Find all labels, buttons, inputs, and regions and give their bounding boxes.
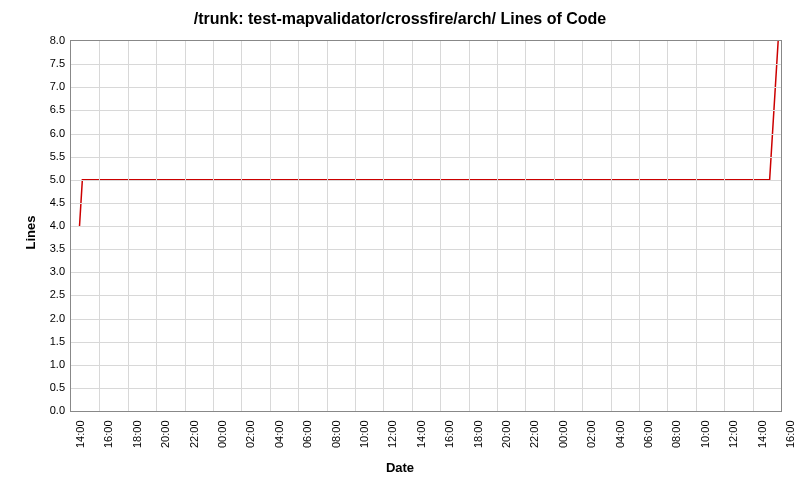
gridline-v bbox=[213, 41, 214, 411]
y-tick-label: 7.5 bbox=[35, 57, 65, 69]
y-tick-label: 5.0 bbox=[35, 173, 65, 185]
gridline-v bbox=[724, 41, 725, 411]
x-tick-label: 16:00 bbox=[784, 420, 796, 448]
x-tick-label: 14:00 bbox=[756, 420, 768, 448]
gridline-v bbox=[667, 41, 668, 411]
gridline-v bbox=[355, 41, 356, 411]
y-tick-label: 0.5 bbox=[35, 381, 65, 393]
x-tick-label: 10:00 bbox=[699, 420, 711, 448]
y-tick-label: 0.0 bbox=[35, 404, 65, 416]
gridline-h bbox=[71, 388, 781, 389]
y-tick-label: 5.5 bbox=[35, 150, 65, 162]
gridline-h bbox=[71, 64, 781, 65]
gridline-h bbox=[71, 87, 781, 88]
gridline-v bbox=[383, 41, 384, 411]
gridline-v bbox=[497, 41, 498, 411]
gridline-h bbox=[71, 319, 781, 320]
gridline-v bbox=[696, 41, 697, 411]
gridline-v bbox=[156, 41, 157, 411]
gridline-h bbox=[71, 295, 781, 296]
gridline-v bbox=[611, 41, 612, 411]
gridline-v bbox=[639, 41, 640, 411]
gridline-h bbox=[71, 249, 781, 250]
x-tick-label: 20:00 bbox=[159, 420, 171, 448]
gridline-h bbox=[71, 365, 781, 366]
gridline-h bbox=[71, 203, 781, 204]
y-tick-label: 2.5 bbox=[35, 288, 65, 300]
y-tick-label: 2.0 bbox=[35, 312, 65, 324]
gridline-v bbox=[440, 41, 441, 411]
x-tick-label: 08:00 bbox=[330, 420, 342, 448]
x-tick-label: 02:00 bbox=[585, 420, 597, 448]
y-tick-label: 1.0 bbox=[35, 358, 65, 370]
gridline-h bbox=[71, 157, 781, 158]
plot-area bbox=[70, 40, 782, 412]
gridline-h bbox=[71, 272, 781, 273]
x-axis-label: Date bbox=[0, 460, 800, 475]
y-tick-label: 6.0 bbox=[35, 127, 65, 139]
x-tick-label: 18:00 bbox=[131, 420, 143, 448]
x-tick-label: 12:00 bbox=[727, 420, 739, 448]
x-tick-label: 14:00 bbox=[74, 420, 86, 448]
gridline-h bbox=[71, 134, 781, 135]
gridline-h bbox=[71, 180, 781, 181]
y-tick-label: 3.0 bbox=[35, 265, 65, 277]
y-tick-label: 8.0 bbox=[35, 34, 65, 46]
gridline-v bbox=[525, 41, 526, 411]
x-tick-label: 06:00 bbox=[642, 420, 654, 448]
x-tick-label: 02:00 bbox=[244, 420, 256, 448]
gridline-v bbox=[327, 41, 328, 411]
y-tick-label: 1.5 bbox=[35, 335, 65, 347]
gridline-h bbox=[71, 226, 781, 227]
y-tick-label: 7.0 bbox=[35, 80, 65, 92]
x-tick-label: 18:00 bbox=[472, 420, 484, 448]
gridline-v bbox=[412, 41, 413, 411]
gridline-v bbox=[99, 41, 100, 411]
gridline-v bbox=[554, 41, 555, 411]
y-tick-label: 3.5 bbox=[35, 242, 65, 254]
gridline-v bbox=[298, 41, 299, 411]
x-tick-label: 10:00 bbox=[358, 420, 370, 448]
x-tick-label: 00:00 bbox=[216, 420, 228, 448]
gridline-v bbox=[582, 41, 583, 411]
y-tick-label: 4.0 bbox=[35, 219, 65, 231]
y-tick-label: 6.5 bbox=[35, 103, 65, 115]
x-tick-label: 04:00 bbox=[614, 420, 626, 448]
gridline-h bbox=[71, 110, 781, 111]
gridline-v bbox=[241, 41, 242, 411]
chart-title: /trunk: test-mapvalidator/crossfire/arch… bbox=[0, 10, 800, 28]
gridline-v bbox=[270, 41, 271, 411]
x-tick-label: 04:00 bbox=[273, 420, 285, 448]
chart-container: /trunk: test-mapvalidator/crossfire/arch… bbox=[0, 0, 800, 500]
x-tick-label: 14:00 bbox=[415, 420, 427, 448]
x-tick-label: 20:00 bbox=[500, 420, 512, 448]
x-tick-label: 22:00 bbox=[528, 420, 540, 448]
y-tick-label: 4.5 bbox=[35, 196, 65, 208]
x-tick-label: 00:00 bbox=[557, 420, 569, 448]
x-tick-label: 16:00 bbox=[102, 420, 114, 448]
gridline-h bbox=[71, 342, 781, 343]
gridline-v bbox=[753, 41, 754, 411]
x-tick-label: 12:00 bbox=[386, 420, 398, 448]
gridline-v bbox=[185, 41, 186, 411]
x-tick-label: 08:00 bbox=[670, 420, 682, 448]
x-tick-label: 06:00 bbox=[301, 420, 313, 448]
gridline-v bbox=[469, 41, 470, 411]
x-tick-label: 16:00 bbox=[443, 420, 455, 448]
x-tick-label: 22:00 bbox=[188, 420, 200, 448]
gridline-v bbox=[128, 41, 129, 411]
